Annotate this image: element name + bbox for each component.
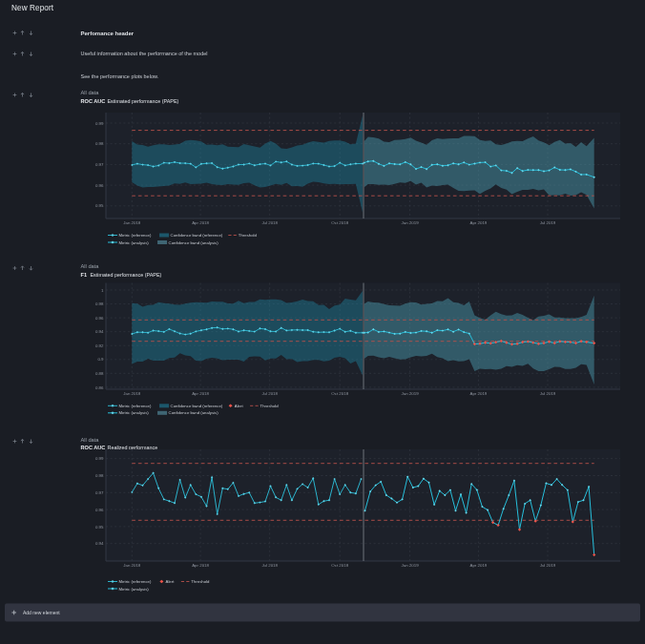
svg-text:Threshold: Threshold: [239, 233, 258, 238]
svg-text:ROC AUC: ROC AUC: [81, 98, 106, 104]
svg-text:Apr 2019: Apr 2019: [469, 391, 487, 396]
svg-text:Threshold: Threshold: [260, 404, 280, 408]
svg-text:Useful information about the p: Useful information about the performance…: [81, 51, 208, 56]
svg-text:All data: All data: [81, 263, 100, 269]
svg-text:0.98: 0.98: [95, 301, 104, 306]
svg-text:Apr 2018: Apr 2018: [192, 220, 209, 225]
svg-text:Oct 2018: Oct 2018: [331, 563, 348, 568]
svg-text:Confidence band (reference): Confidence band (reference): [171, 233, 223, 238]
svg-text:Estimated performance (PAPE): Estimated performance (PAPE): [91, 272, 162, 278]
svg-text:Jul 2018: Jul 2018: [261, 563, 278, 568]
svg-text:Jan 2018: Jan 2018: [123, 391, 141, 396]
svg-text:Alert: Alert: [166, 579, 176, 584]
svg-text:Confidence band (reference): Confidence band (reference): [171, 404, 223, 408]
svg-text:0.98: 0.98: [95, 473, 104, 478]
svg-text:See the performance plots belo: See the performance plots below.: [81, 73, 159, 79]
svg-text:0.96: 0.96: [95, 183, 104, 188]
svg-text:Jan 2019: Jan 2019: [402, 563, 420, 568]
svg-text:ROC AUC: ROC AUC: [81, 445, 106, 450]
svg-text:Jan 2018: Jan 2018: [123, 220, 141, 225]
svg-text:Confidence band (analysis): Confidence band (analysis): [169, 240, 219, 245]
svg-text:0.88: 0.88: [95, 371, 104, 376]
svg-text:Jan 2019: Jan 2019: [402, 220, 420, 225]
svg-text:0.96: 0.96: [95, 316, 104, 321]
svg-text:0.99: 0.99: [95, 456, 104, 461]
svg-text:Threshold: Threshold: [191, 579, 210, 584]
svg-text:0.94: 0.94: [95, 329, 104, 334]
svg-text:Metric (analysis): Metric (analysis): [119, 587, 150, 592]
svg-text:1: 1: [101, 288, 104, 293]
svg-text:Metric (reference): Metric (reference): [119, 579, 152, 584]
svg-text:0.96: 0.96: [95, 508, 104, 512]
svg-text:New Report: New Report: [11, 4, 54, 12]
svg-text:Metric (reference): Metric (reference): [119, 233, 152, 238]
svg-text:Jul 2018: Jul 2018: [261, 220, 278, 225]
svg-text:0.95: 0.95: [95, 203, 104, 208]
svg-text:Jan 2018: Jan 2018: [123, 563, 141, 568]
svg-text:0.99: 0.99: [95, 121, 104, 126]
svg-text:0.97: 0.97: [95, 162, 104, 167]
svg-text:Jan 2019: Jan 2019: [402, 391, 420, 396]
svg-text:F1: F1: [81, 272, 88, 278]
svg-text:Metric (analysis): Metric (analysis): [119, 240, 150, 245]
svg-text:Apr 2018: Apr 2018: [192, 563, 209, 568]
svg-text:0.94: 0.94: [95, 541, 104, 546]
svg-text:Alert: Alert: [235, 404, 244, 408]
svg-text:Apr 2018: Apr 2018: [192, 391, 209, 396]
svg-text:Apr 2019: Apr 2019: [469, 563, 487, 568]
svg-text:0.9: 0.9: [97, 357, 104, 362]
svg-text:Jul 2019: Jul 2019: [540, 391, 556, 396]
svg-text:0.92: 0.92: [95, 343, 104, 348]
svg-text:All data: All data: [81, 90, 100, 95]
svg-text:0.95: 0.95: [95, 525, 104, 530]
svg-text:Add new element: Add new element: [23, 610, 60, 615]
svg-text:Apr 2019: Apr 2019: [469, 220, 487, 225]
svg-text:All data: All data: [81, 437, 100, 443]
svg-text:Confidence band (analysis): Confidence band (analysis): [169, 410, 219, 415]
svg-text:Metric (reference): Metric (reference): [119, 404, 152, 408]
svg-text:Oct 2018: Oct 2018: [331, 391, 348, 396]
svg-text:0.98: 0.98: [95, 141, 104, 146]
svg-text:Jul 2019: Jul 2019: [540, 563, 556, 568]
svg-text:Jul 2019: Jul 2019: [540, 220, 556, 225]
svg-text:Estimated performance (PAPE): Estimated performance (PAPE): [108, 98, 179, 104]
svg-text:Oct 2018: Oct 2018: [331, 220, 348, 225]
svg-text:Metric (analysis): Metric (analysis): [119, 410, 150, 415]
svg-text:Perfomance header: Perfomance header: [81, 31, 135, 36]
svg-text:Jul 2018: Jul 2018: [261, 391, 278, 396]
svg-text:0.86: 0.86: [95, 385, 104, 390]
svg-text:0.97: 0.97: [95, 490, 104, 495]
